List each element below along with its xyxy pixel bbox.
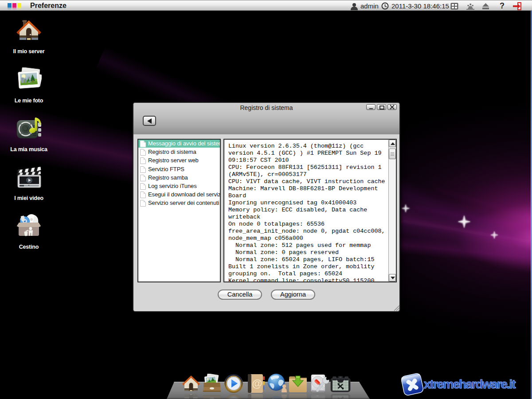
- svg-text:@: @: [252, 377, 262, 389]
